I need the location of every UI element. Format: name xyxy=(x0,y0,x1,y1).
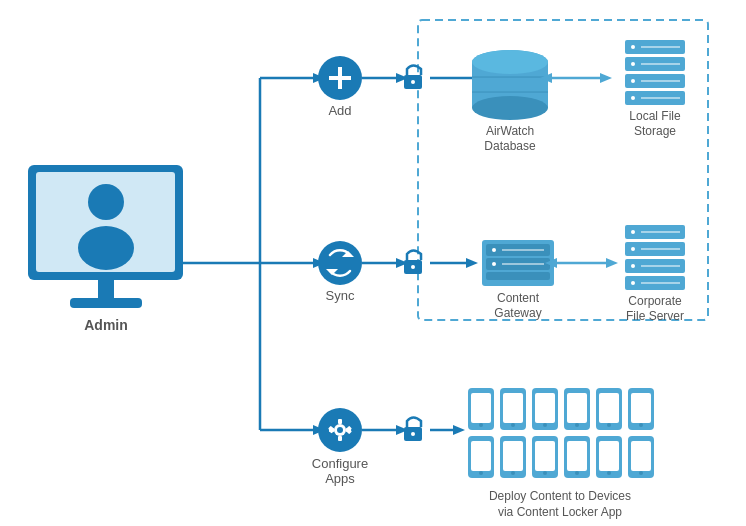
svg-point-28 xyxy=(492,248,496,252)
server-arrow xyxy=(606,258,618,268)
svg-rect-47 xyxy=(338,436,342,441)
svg-point-64 xyxy=(543,423,547,427)
svg-rect-69 xyxy=(599,393,619,423)
svg-rect-27 xyxy=(486,272,550,280)
airwatch-db-label2: Database xyxy=(484,139,536,153)
svg-point-13 xyxy=(631,62,635,66)
svg-rect-72 xyxy=(631,393,651,423)
svg-point-85 xyxy=(575,471,579,475)
configure-label: Configure xyxy=(312,456,368,471)
svg-point-29 xyxy=(492,262,496,266)
monitor-base xyxy=(70,298,142,308)
svg-rect-75 xyxy=(471,441,491,471)
airwatch-db-label: AirWatch xyxy=(486,124,534,138)
svg-point-82 xyxy=(543,471,547,475)
svg-point-76 xyxy=(479,471,483,475)
content-gateway-label2: Gateway xyxy=(494,306,541,320)
sync-label: Sync xyxy=(326,288,355,303)
storage-arrow xyxy=(600,73,612,83)
svg-point-79 xyxy=(511,471,515,475)
svg-point-58 xyxy=(479,423,483,427)
corporate-label: Corporate xyxy=(628,294,682,308)
svg-rect-90 xyxy=(631,441,651,471)
svg-rect-81 xyxy=(535,441,555,471)
device-row2 xyxy=(468,436,654,478)
svg-rect-66 xyxy=(567,393,587,423)
deploy-label: Deploy Content to Devices xyxy=(489,489,631,503)
person-body xyxy=(78,226,134,270)
svg-point-5 xyxy=(472,50,548,74)
svg-point-1 xyxy=(411,80,415,84)
svg-rect-46 xyxy=(338,419,342,424)
content-gateway-label: Content xyxy=(497,291,540,305)
svg-point-55 xyxy=(411,432,415,436)
svg-rect-60 xyxy=(503,393,523,423)
svg-rect-87 xyxy=(599,441,619,471)
devices-arrow xyxy=(453,425,465,435)
svg-rect-63 xyxy=(535,393,555,423)
svg-point-15 xyxy=(631,96,635,100)
svg-point-39 xyxy=(631,281,635,285)
device-row1 xyxy=(468,388,654,430)
airwatch-database xyxy=(472,50,548,120)
svg-point-73 xyxy=(639,423,643,427)
sync-circle xyxy=(318,241,362,285)
corporate-label2: File Server xyxy=(626,309,684,323)
svg-rect-78 xyxy=(503,441,523,471)
svg-rect-84 xyxy=(567,441,587,471)
configure-label2: Apps xyxy=(325,471,355,486)
local-storage-label2: Storage xyxy=(634,124,676,138)
local-storage-label: Local File xyxy=(629,109,681,123)
local-file-storage xyxy=(625,40,685,105)
deploy-label2: via Content Locker App xyxy=(498,505,622,519)
svg-point-23 xyxy=(411,265,415,269)
add-label: Add xyxy=(328,103,351,118)
monitor-neck xyxy=(98,280,114,300)
admin-label: Admin xyxy=(84,317,128,333)
gateway-arrow xyxy=(466,258,478,268)
corporate-file-server xyxy=(625,225,685,290)
svg-point-4 xyxy=(472,96,548,120)
svg-point-38 xyxy=(631,264,635,268)
svg-rect-57 xyxy=(471,393,491,423)
svg-point-45 xyxy=(337,427,343,433)
svg-point-14 xyxy=(631,79,635,83)
svg-point-88 xyxy=(607,471,611,475)
svg-point-70 xyxy=(607,423,611,427)
svg-point-12 xyxy=(631,45,635,49)
svg-point-67 xyxy=(575,423,579,427)
svg-point-37 xyxy=(631,247,635,251)
svg-point-61 xyxy=(511,423,515,427)
add-lock xyxy=(404,66,422,90)
svg-point-91 xyxy=(639,471,643,475)
config-lock xyxy=(404,418,422,442)
svg-point-36 xyxy=(631,230,635,234)
diagram: Admin Add AirWatch Database xyxy=(0,0,746,526)
person-head xyxy=(88,184,124,220)
sync-lock xyxy=(404,251,422,275)
content-gateway xyxy=(482,240,554,286)
